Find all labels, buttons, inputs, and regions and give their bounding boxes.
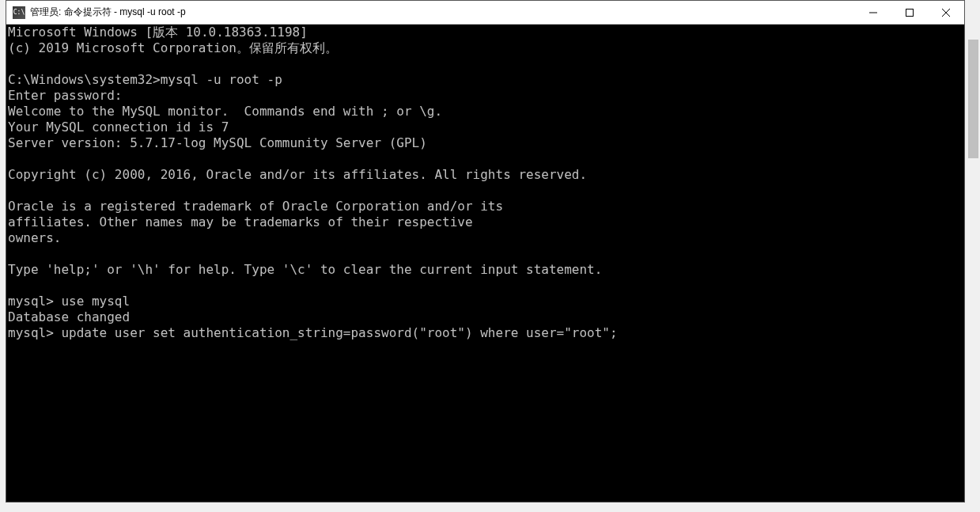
terminal-area[interactable]: Microsoft Windows [版本 10.0.18363.1198] (…: [6, 25, 964, 502]
minimize-button[interactable]: [855, 1, 891, 24]
window-title: 管理员: 命令提示符 - mysql -u root -p: [30, 6, 855, 19]
titlebar[interactable]: C:\ 管理员: 命令提示符 - mysql -u root -p: [6, 1, 964, 25]
cmd-icon: C:\: [13, 6, 25, 19]
scrollbar-thumb[interactable]: [968, 40, 978, 158]
svg-rect-1: [906, 9, 914, 16]
close-icon: [942, 9, 950, 17]
terminal-output: Microsoft Windows [版本 10.0.18363.1198] (…: [6, 25, 964, 341]
minimize-icon: [869, 9, 877, 17]
scrollbar-vertical[interactable]: [967, 24, 980, 502]
close-button[interactable]: [928, 1, 964, 24]
maximize-button[interactable]: [891, 1, 928, 24]
command-prompt-window: C:\ 管理员: 命令提示符 - mysql -u root -p Micros…: [6, 0, 965, 503]
window-controls: [855, 1, 964, 24]
maximize-icon: [906, 9, 914, 17]
